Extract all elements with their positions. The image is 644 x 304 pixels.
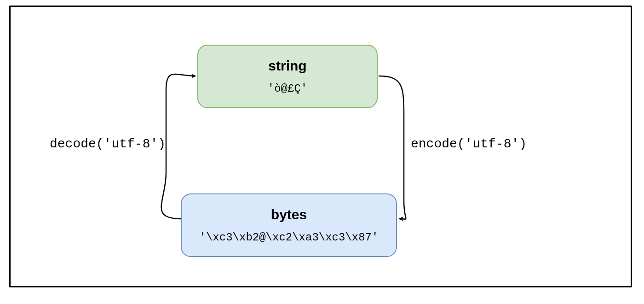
- bytes-node-value: '\xc3\xb2@\xc2\xa3\xc3\x87': [200, 231, 379, 244]
- string-node-title: string: [268, 58, 306, 73]
- encode-edge-label: encode('utf-8'): [411, 137, 527, 151]
- diagram-frame: string 'ò@£Ç' bytes '\xc3\xb2@\xc2\xa3\x…: [9, 6, 632, 287]
- bytes-node: bytes '\xc3\xb2@\xc2\xa3\xc3\x87': [181, 193, 397, 257]
- bytes-node-title: bytes: [271, 207, 307, 222]
- decode-edge-label: decode('utf-8'): [50, 137, 166, 151]
- string-node: string 'ò@£Ç': [197, 45, 378, 108]
- diagram-canvas: string 'ò@£Ç' bytes '\xc3\xb2@\xc2\xa3\x…: [0, 0, 644, 304]
- string-node-value: 'ò@£Ç': [268, 82, 307, 95]
